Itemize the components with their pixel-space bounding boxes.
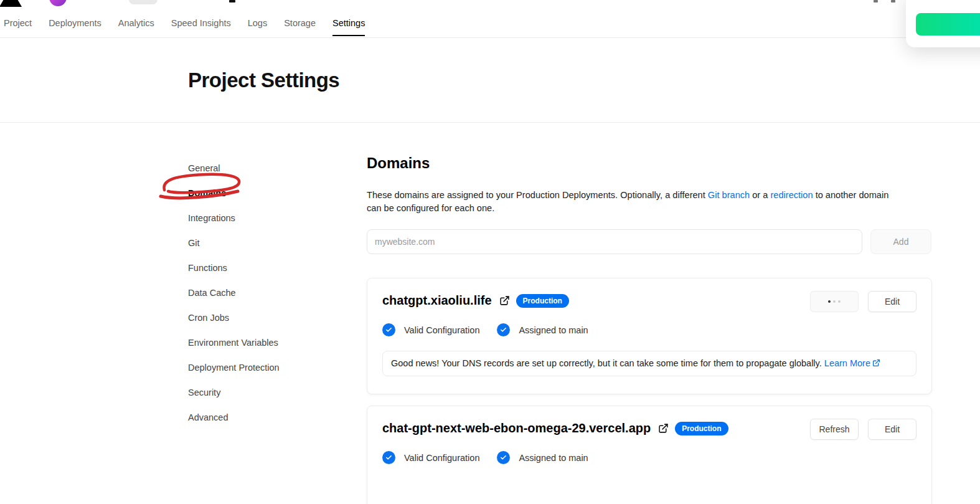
section-divider	[0, 122, 980, 123]
status-label: Assigned to main	[519, 325, 588, 335]
vercel-logo-icon[interactable]	[0, 0, 22, 7]
edit-button[interactable]: Edit	[868, 291, 916, 312]
tab-storage[interactable]: Storage	[284, 18, 316, 28]
tab-logs[interactable]: Logs	[248, 18, 267, 28]
status-valid-configuration: Valid Configuration	[382, 323, 479, 336]
top-header: Project Deployments Analytics Speed Insi…	[0, 0, 980, 38]
domain-card-actions: Edit	[810, 291, 916, 312]
domain-card-actions: Refresh Edit	[810, 419, 916, 440]
project-nav-tabs: Project Deployments Analytics Speed Insi…	[4, 18, 365, 28]
domains-heading: Domains	[367, 155, 430, 172]
sidebar-item-functions[interactable]: Functions	[188, 255, 325, 280]
sidebar-item-security[interactable]: Security	[188, 380, 325, 405]
domain-input[interactable]	[367, 229, 862, 254]
check-circle-icon	[382, 451, 395, 464]
redirection-link[interactable]: redirection	[770, 190, 813, 200]
tab-speed-insights[interactable]: Speed Insights	[171, 18, 231, 28]
status-row: Valid Configuration Assigned to main	[382, 451, 916, 464]
status-assigned-to-main: Assigned to main	[497, 323, 588, 336]
sidebar-item-advanced[interactable]: Advanced	[188, 405, 325, 430]
learn-more-label: Learn More	[824, 358, 870, 368]
notification-popup	[906, 0, 980, 47]
git-branch-link[interactable]: Git branch	[708, 190, 750, 200]
plan-badge-fragment	[129, 0, 158, 4]
header-icon-fragment	[874, 0, 878, 2]
vercel-project-settings-screen: Project Deployments Analytics Speed Insi…	[0, 0, 980, 504]
dns-propagation-notice: Good news! Your DNS records are set up c…	[382, 351, 916, 376]
status-label: Valid Configuration	[404, 453, 479, 463]
tab-settings[interactable]: Settings	[332, 18, 365, 28]
refresh-loading-button[interactable]	[810, 291, 859, 312]
tab-project[interactable]: Project	[4, 18, 32, 28]
check-circle-icon	[497, 323, 510, 336]
sidebar-item-integrations[interactable]: Integrations	[188, 206, 325, 231]
external-link-icon[interactable]	[658, 423, 669, 434]
check-circle-icon	[497, 451, 510, 464]
header-icon-fragment	[891, 0, 895, 2]
project-name-fragment	[229, 0, 235, 2]
add-domain-row: Add	[367, 229, 932, 254]
status-label: Valid Configuration	[404, 325, 479, 335]
popup-primary-button[interactable]	[916, 13, 980, 36]
ellipsis-loading-icon	[833, 300, 836, 303]
sidebar-item-cron-jobs[interactable]: Cron Jobs	[188, 305, 325, 330]
ellipsis-loading-icon	[838, 300, 841, 303]
status-label: Assigned to main	[519, 453, 588, 463]
production-badge: Production	[516, 294, 569, 308]
edit-button[interactable]: Edit	[868, 419, 916, 440]
avatar[interactable]	[49, 0, 67, 6]
status-assigned-to-main: Assigned to main	[497, 451, 588, 464]
check-circle-icon	[382, 323, 395, 336]
domain-name[interactable]: chat-gpt-next-web-ebon-omega-29.vercel.a…	[382, 421, 651, 435]
external-link-icon	[872, 359, 880, 367]
sidebar-item-deployment-protection[interactable]: Deployment Protection	[188, 355, 325, 380]
description-text: or a	[750, 190, 770, 200]
learn-more-link[interactable]: Learn More	[824, 358, 880, 368]
description-text: These domains are assigned to your Produ…	[367, 190, 708, 200]
add-domain-button[interactable]: Add	[870, 229, 931, 254]
status-row: Valid Configuration Assigned to main	[382, 323, 916, 336]
domain-card-vercel-app: chat-gpt-next-web-ebon-omega-29.vercel.a…	[367, 406, 932, 504]
status-valid-configuration: Valid Configuration	[382, 451, 479, 464]
ellipsis-loading-icon	[828, 300, 831, 303]
sidebar-item-environment-variables[interactable]: Environment Variables	[188, 330, 325, 355]
page-title: Project Settings	[188, 69, 339, 92]
sidebar-item-general[interactable]: General	[188, 156, 325, 181]
domains-description: These domains are assigned to your Produ…	[367, 189, 902, 215]
notice-text: Good news! Your DNS records are set up c…	[391, 358, 822, 368]
sidebar-item-domains[interactable]: Domains	[188, 181, 325, 206]
domain-name[interactable]: chatgpt.xiaoliu.life	[382, 293, 492, 308]
sidebar-item-data-cache[interactable]: Data Cache	[188, 280, 325, 305]
tab-deployments[interactable]: Deployments	[49, 18, 101, 28]
production-badge: Production	[675, 422, 728, 435]
tab-analytics[interactable]: Analytics	[118, 18, 154, 28]
external-link-icon[interactable]	[499, 295, 510, 306]
sidebar-item-git[interactable]: Git	[188, 231, 325, 255]
domain-card-chatgpt-xiaoliu-life: chatgpt.xiaoliu.life Production Edit	[367, 278, 932, 394]
refresh-button[interactable]: Refresh	[810, 419, 859, 440]
settings-sidebar: General Domains Integrations Git Functio…	[188, 156, 325, 430]
